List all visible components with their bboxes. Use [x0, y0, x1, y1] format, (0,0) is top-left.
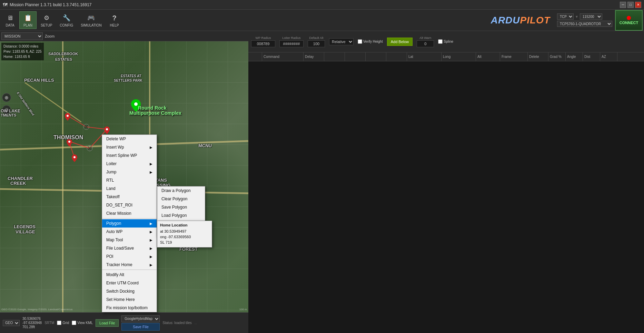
- altitude-mode-dropdown[interactable]: Relative Below Absolute: [329, 38, 354, 45]
- help-label: HELP: [110, 23, 119, 27]
- wp-marker-2[interactable]: [104, 127, 110, 135]
- mission-dropdown[interactable]: MISSION: [1, 32, 43, 40]
- status-text: Status: loaded tiles: [162, 321, 192, 325]
- help-icon: ?: [110, 13, 119, 23]
- map-bottombar: GEO 30.5369076 -97.6330948 701.28ft SRTM…: [0, 312, 248, 333]
- menu-loiter[interactable]: Loiter ▶: [102, 160, 157, 168]
- alt-warn-input[interactable]: [417, 40, 434, 47]
- geo-dropdown[interactable]: GEO: [3, 320, 20, 326]
- menu-enter-utm[interactable]: Enter UTM Coord: [102, 279, 157, 287]
- toolbar-setup[interactable]: ⚙ SETUP: [37, 12, 56, 29]
- arrow-jump: ▶: [150, 170, 152, 174]
- menu-polygon[interactable]: Polygon ▶: [102, 219, 157, 228]
- th-p1: [324, 52, 345, 61]
- arrow-insert-wp: ▶: [150, 145, 152, 149]
- maximize-button[interactable]: □: [627, 2, 634, 8]
- menu-fix-mission[interactable]: Fix mission top/bottom: [102, 304, 157, 312]
- map-credit: GEO ©2020 Google, Imagery ©2020, Landsat…: [1, 308, 73, 311]
- toolbar-plan[interactable]: 📋 PLAN: [19, 11, 37, 29]
- submenu-load-polygon[interactable]: Load Polygon: [157, 211, 205, 220]
- kml-label: View KML: [77, 321, 93, 325]
- th-p3: [366, 52, 386, 61]
- context-menu: Delete WP Insert Wp ▶ Insert Spline WP L…: [102, 134, 157, 312]
- menu-clear-mission[interactable]: Clear Mission: [102, 209, 157, 218]
- homeloc-lat-value: 30.53949497: [164, 229, 186, 233]
- menu-insert-spline-wp[interactable]: Insert Spline WP: [102, 151, 157, 160]
- verify-height-checkbox[interactable]: [358, 39, 362, 44]
- svg-point-14: [106, 128, 108, 130]
- th-lat: Lat: [407, 52, 442, 61]
- menu-do-set-roi[interactable]: DO_SET_ROI: [102, 201, 157, 209]
- alt-warn-group: Alt Warn: [417, 36, 434, 47]
- menu-jump[interactable]: Jump ▶: [102, 168, 157, 176]
- menu-takeoff[interactable]: Takeoff: [102, 193, 157, 201]
- mission-table-header: Command Delay Lat Long Alt Frame Delete …: [248, 52, 644, 61]
- tcp-row-port: TCP5760-1-QUADROTOR: [557, 21, 612, 27]
- wp-marker-4[interactable]: [72, 154, 77, 163]
- coord-lon: -97.6330948: [22, 321, 42, 325]
- wp-marker-3[interactable]: [67, 139, 72, 148]
- toolbar-right: ARDUPILOT TCP ▼ 115200 TCP5760-1-QUADROT…: [491, 10, 643, 31]
- loiter-radius-label: Loiter Radius: [282, 36, 300, 40]
- menu-land[interactable]: Land: [102, 184, 157, 193]
- titlebar: 🗺 Mission Planner 1.3.71 build 1.3.7451.…: [0, 0, 644, 10]
- menu-modify-alt[interactable]: Modify Alt: [102, 271, 157, 279]
- homeloc-lon-row: ong -97.63369560: [160, 234, 209, 240]
- kml-check-input[interactable]: [72, 321, 76, 325]
- protocol-dropdown[interactable]: TCP: [557, 13, 574, 20]
- th-angle: Angle: [566, 52, 583, 61]
- default-alt-input[interactable]: [308, 40, 325, 47]
- submenu-draw-polygon[interactable]: Draw a Polygon: [157, 186, 205, 195]
- menu-rtl[interactable]: RTL: [102, 176, 157, 184]
- menu-file-load-save[interactable]: File Load/Save ▶: [102, 244, 157, 252]
- svg-point-18: [134, 102, 138, 106]
- menu-switch-docking[interactable]: Switch Docking: [102, 287, 157, 295]
- port-dropdown[interactable]: TCP5760-1-QUADROTOR: [557, 21, 612, 27]
- nav-icon-1[interactable]: ⊕: [2, 93, 11, 102]
- map-type-dropdown[interactable]: GoogleHybridMap: [121, 315, 160, 322]
- wp-radius-input[interactable]: [251, 40, 275, 47]
- menu-insert-wp[interactable]: Insert Wp ▶: [102, 143, 157, 151]
- menu-poi[interactable]: POI ▶: [102, 252, 157, 261]
- wp-marker-1[interactable]: [65, 113, 70, 122]
- prev-text: Prev: 1183.65 ft, AZ: 225: [3, 49, 42, 54]
- menu-auto-wp[interactable]: Auto WP ▶: [102, 228, 157, 236]
- submenu-clear-polygon[interactable]: Clear Polygon: [157, 195, 205, 203]
- toolbar-config[interactable]: 🔧 CONFIG: [56, 12, 77, 29]
- toolbar: 🖥 DATA 📋 PLAN ⚙ SETUP 🔧 CONFIG 🎮 SIMULAT…: [0, 10, 644, 31]
- submenu-save-polygon[interactable]: Save Polygon: [157, 203, 205, 211]
- load-file-button[interactable]: Load File: [96, 319, 119, 327]
- spline-checkbox[interactable]: [438, 39, 443, 44]
- home-marker[interactable]: [131, 99, 141, 113]
- toolbar-simulation[interactable]: 🎮 SIMULATION: [77, 12, 105, 29]
- setup-label: SETUP: [41, 23, 52, 27]
- minimize-button[interactable]: ─: [620, 2, 626, 8]
- verify-height-label: Verify Height: [363, 40, 383, 43]
- save-file-button[interactable]: Save File: [121, 323, 160, 331]
- toolbar-help[interactable]: ? HELP: [106, 12, 123, 29]
- arrow-poi: ▶: [150, 255, 152, 259]
- baud-dropdown[interactable]: 115200: [580, 13, 602, 20]
- arrow-auto-wp: ▶: [150, 230, 152, 234]
- kml-checkbox: View KML: [72, 321, 93, 325]
- app-icon: 🗺: [3, 2, 8, 8]
- add-below-button[interactable]: Add Below: [387, 38, 413, 46]
- th-az: AZ: [600, 52, 617, 61]
- loiter-radius-input[interactable]: [279, 40, 304, 47]
- menu-tracker-home[interactable]: Tracker Home ▶: [102, 261, 157, 269]
- grid-check-input[interactable]: [57, 321, 61, 325]
- config-icon: 🔧: [62, 13, 71, 23]
- arrow-tracker-home: ▶: [150, 263, 152, 267]
- menu-set-home-here[interactable]: Set Home Here: [102, 295, 157, 304]
- th-grad: Grad %: [548, 52, 566, 61]
- titlebar-left: 🗺 Mission Planner 1.3.71 build 1.3.7451.…: [3, 2, 92, 8]
- nav-icon-2[interactable]: ◎: [2, 105, 11, 114]
- menu-delete-wp[interactable]: Delete WP: [102, 135, 157, 143]
- connect-button[interactable]: CONNECT: [615, 10, 643, 31]
- map-info: Distance: 0.0000 miles Prev: 1183.65 ft,…: [1, 43, 44, 60]
- toolbar-data[interactable]: 🖥 DATA: [1, 12, 19, 29]
- data-icon: 🖥: [5, 13, 15, 23]
- menu-map-tool[interactable]: Map Tool ▶: [102, 236, 157, 244]
- close-button[interactable]: ✕: [635, 2, 641, 8]
- zoom-label: Zoom: [45, 34, 55, 38]
